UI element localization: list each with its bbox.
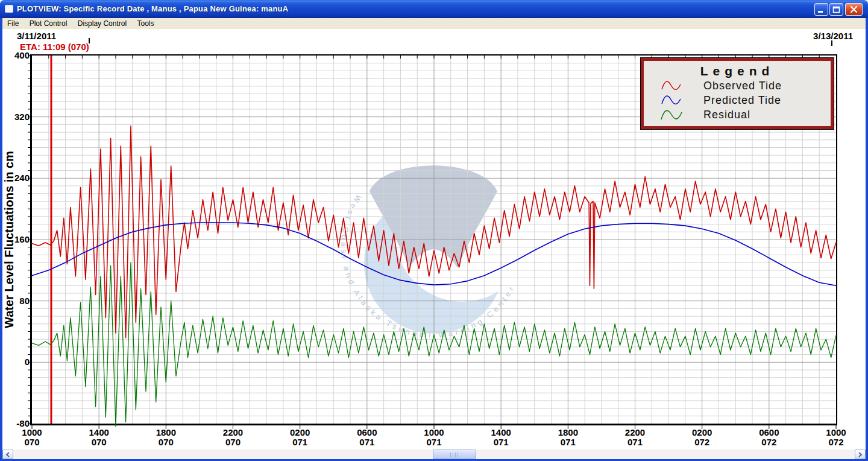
legend-label-predicted: Predicted Tide <box>703 94 781 107</box>
minimize-icon <box>817 5 825 13</box>
menu-display-control[interactable]: Display Control <box>74 18 131 29</box>
window-title: PLOTVIEW: Specific Record Date , Manus ,… <box>17 4 288 13</box>
x-tick-0200-071: 0200071 <box>278 428 322 447</box>
scroll-right-arrow-icon <box>858 452 863 457</box>
x-tick-1000-070: 1000070 <box>10 428 54 447</box>
legend-box: Legend Observed Tide Predicted Tide Resi… <box>640 57 834 130</box>
scrollbar-grip <box>450 453 459 457</box>
x-tick-1800-070: 1800070 <box>144 428 187 447</box>
y-tick-240: 240 <box>0 173 30 183</box>
maximize-button[interactable] <box>829 3 843 16</box>
scroll-left-arrow-icon <box>5 452 10 457</box>
close-icon <box>850 5 858 13</box>
close-button[interactable] <box>845 3 863 16</box>
legend-item-predicted: Predicted Tide <box>660 93 834 107</box>
legend-item-observed: Observed Tide <box>660 78 834 93</box>
application-icon[interactable] <box>5 5 13 13</box>
y-tick-160: 160 <box>0 234 30 245</box>
x-tick-2200-070: 2200070 <box>212 428 255 447</box>
scroll-left-button[interactable] <box>2 450 13 459</box>
x-tick-1400-070: 1400070 <box>77 428 121 447</box>
legend-title: Legend <box>641 64 834 78</box>
window-border-right <box>866 18 868 459</box>
x-tick-0600-071: 0600071 <box>345 428 389 447</box>
start-date-label: 3/11/2011 <box>17 31 56 41</box>
x-tick-1400-071: 1400071 <box>479 428 523 447</box>
x-tick-0200-072: 0200072 <box>681 428 724 447</box>
legend-label-residual: Residual <box>703 109 750 121</box>
minimize-button[interactable] <box>814 3 828 16</box>
menu-file[interactable]: File <box>2 18 23 29</box>
y-tick-0: 0 <box>0 357 30 367</box>
maximize-icon <box>832 5 840 13</box>
menu-bar: File Plot Control Display Control Tools <box>2 18 866 29</box>
title-bar[interactable]: PLOTVIEW: Specific Record Date , Manus ,… <box>0 0 868 18</box>
predicted-tide-wave-icon <box>660 93 684 107</box>
x-tick-1000-071: 1000071 <box>412 428 456 447</box>
eta-label: ETA: 11:09 (070) <box>20 42 89 52</box>
residual-wave-icon <box>660 107 684 122</box>
y-tick-80: 80 <box>0 296 30 307</box>
observed-tide-wave-icon <box>660 78 684 93</box>
x-tick-2200-071: 2200071 <box>614 428 657 447</box>
x-tick-1800-071: 1800071 <box>546 428 590 447</box>
y-tick-400: 400 <box>0 50 30 61</box>
y-tick-320: 320 <box>0 112 30 122</box>
menu-plot-control[interactable]: Plot Control <box>25 18 72 29</box>
legend-label-observed: Observed Tide <box>703 80 782 92</box>
menu-tools[interactable]: Tools <box>133 18 158 29</box>
x-tick-0600-072: 0600072 <box>747 428 791 447</box>
plotview-window: PLOTVIEW: Specific Record Date , Manus ,… <box>0 0 868 461</box>
start-date-tick <box>89 38 90 43</box>
legend-item-residual: Residual <box>660 107 834 122</box>
end-date-tick <box>831 40 832 46</box>
horizontal-scrollbar[interactable] <box>2 449 866 459</box>
scroll-right-button[interactable] <box>855 450 866 459</box>
end-date-label: 3/13/2011 <box>813 31 853 41</box>
scrollbar-thumb[interactable] <box>433 450 476 459</box>
x-tick-1000-072: 1000072 <box>814 428 858 447</box>
